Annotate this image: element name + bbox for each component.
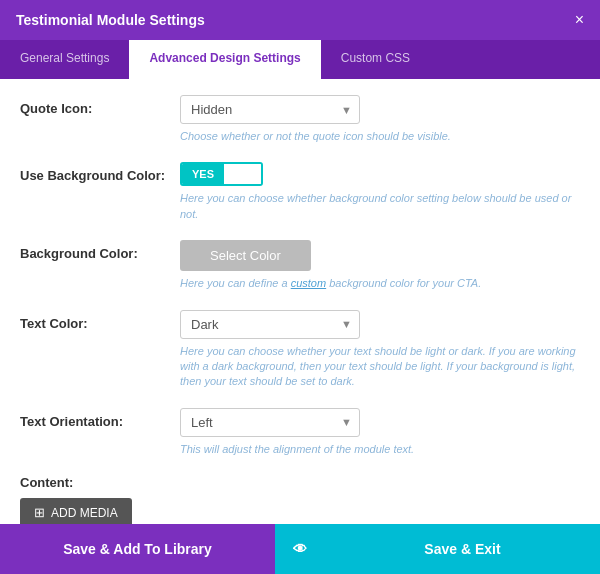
text-orientation-control: Left Center Right ▼ This will adjust the… <box>180 408 580 457</box>
content-label: Content: <box>20 475 580 490</box>
text-orientation-label: Text Orientation: <box>20 408 180 429</box>
eye-icon: 👁 <box>293 541 307 557</box>
modal-title: Testimonial Module Settings <box>16 12 205 28</box>
text-color-select-wrap: Dark Light ▼ <box>180 310 360 339</box>
quote-icon-select[interactable]: Hidden Visible <box>180 95 360 124</box>
bg-color-label: Background Color: <box>20 240 180 261</box>
bg-color-toggle-control: YES Here you can choose whether backgrou… <box>180 162 580 222</box>
tab-advanced-design[interactable]: Advanced Design Settings <box>129 40 320 79</box>
text-color-hint: Here you can choose whether your text sh… <box>180 344 580 390</box>
tab-general[interactable]: General Settings <box>0 40 129 79</box>
bg-color-row: Background Color: Select Color Here you … <box>20 240 580 291</box>
add-media-label: ADD MEDIA <box>51 506 118 520</box>
text-orientation-select[interactable]: Left Center Right <box>180 408 360 437</box>
toggle-wrap: YES <box>180 162 580 186</box>
quote-icon-row: Quote Icon: Hidden Visible ▼ Choose whet… <box>20 95 580 144</box>
text-color-control: Dark Light ▼ Here you can choose whether… <box>180 310 580 390</box>
toggle-no <box>224 164 261 184</box>
save-exit-button[interactable]: Save & Exit <box>325 524 600 574</box>
bg-color-hint: Here you can define a custom background … <box>180 276 580 291</box>
text-orientation-hint: This will adjust the alignment of the mo… <box>180 442 580 457</box>
text-color-label: Text Color: <box>20 310 180 331</box>
bg-color-control: Select Color Here you can define a custo… <box>180 240 580 291</box>
close-button[interactable]: × <box>575 12 584 28</box>
modal-container: Testimonial Module Settings × General Se… <box>0 0 600 574</box>
quote-icon-select-wrap: Hidden Visible ▼ <box>180 95 360 124</box>
modal-footer: Save & Add To Library 👁 Save & Exit <box>0 524 600 574</box>
text-color-row: Text Color: Dark Light ▼ Here you can ch… <box>20 310 580 390</box>
text-color-select[interactable]: Dark Light <box>180 310 360 339</box>
add-media-icon: ⊞ <box>34 505 45 520</box>
bg-color-toggle-hint: Here you can choose whether background c… <box>180 191 580 222</box>
select-color-button[interactable]: Select Color <box>180 240 311 271</box>
quote-icon-label: Quote Icon: <box>20 95 180 116</box>
tabs-bar: General Settings Advanced Design Setting… <box>0 40 600 79</box>
add-media-button[interactable]: ⊞ ADD MEDIA <box>20 498 132 524</box>
quote-icon-hint: Choose whether or not the quote icon sho… <box>180 129 580 144</box>
save-add-button[interactable]: Save & Add To Library <box>0 524 275 574</box>
content-section: Content: ⊞ ADD MEDIA Visual Text B I S U… <box>20 475 580 524</box>
quote-icon-control: Hidden Visible ▼ Choose whether or not t… <box>180 95 580 144</box>
text-orientation-row: Text Orientation: Left Center Right ▼ Th… <box>20 408 580 457</box>
bg-color-toggle-label: Use Background Color: <box>20 162 180 183</box>
bg-color-toggle-row: Use Background Color: YES Here you can c… <box>20 162 580 222</box>
toggle-yes: YES <box>182 164 224 184</box>
preview-button[interactable]: 👁 <box>275 524 325 574</box>
tab-custom-css[interactable]: Custom CSS <box>321 40 430 79</box>
modal-body: Quote Icon: Hidden Visible ▼ Choose whet… <box>0 79 600 524</box>
modal-header: Testimonial Module Settings × <box>0 0 600 40</box>
text-orientation-select-wrap: Left Center Right ▼ <box>180 408 360 437</box>
yes-no-toggle[interactable]: YES <box>180 162 263 186</box>
